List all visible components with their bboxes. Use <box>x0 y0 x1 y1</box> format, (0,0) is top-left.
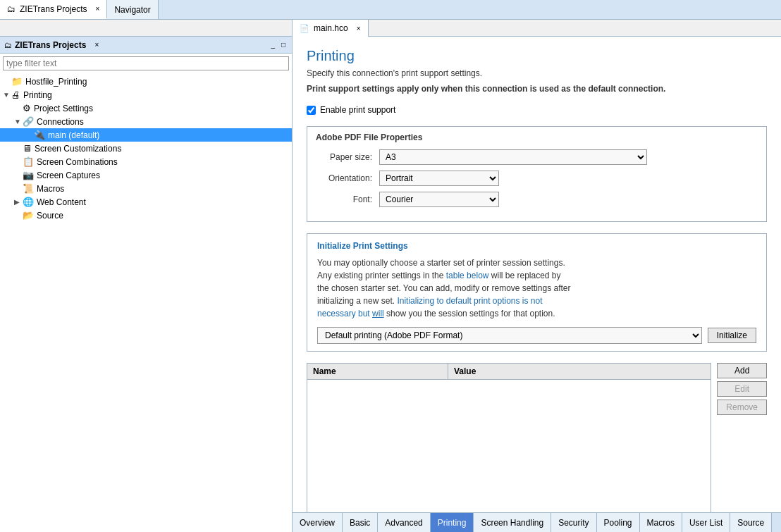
settings-icon: ⚙ <box>23 103 31 113</box>
tree-arrow: ▶ <box>14 198 23 206</box>
folder-icon: 📁 <box>11 76 23 87</box>
connection-icon: 🔌 <box>34 130 45 140</box>
tree-arrow: ▼ <box>3 91 11 99</box>
navigator-tab-label: Navigator <box>114 5 150 15</box>
tab-pooling[interactable]: Pooling <box>597 513 640 532</box>
orientation-select[interactable]: Portrait Landscape <box>379 171 499 186</box>
table-buttons: Add Edit Remove <box>717 363 767 512</box>
tree-item-screen-captures[interactable]: 📷 Screen Captures <box>0 168 292 182</box>
tree-arrow: ▼ <box>14 118 23 125</box>
table-body <box>307 380 711 512</box>
settings-table: Name Value <box>307 363 711 512</box>
init-section-title: Initialize Print Settings <box>317 241 756 251</box>
enable-print-label[interactable]: Enable print support <box>320 105 395 115</box>
tree-item-source[interactable]: 📂 Source <box>0 209 292 222</box>
tree-item-connections[interactable]: ▼ 🔗 Connections <box>0 115 292 128</box>
init-text: You may optionally choose a starter set … <box>317 256 756 320</box>
zietrans-projects-tab[interactable]: 🗂 ZIETrans Projects × <box>0 0 107 19</box>
init-print-select[interactable]: Default printing (Adobe PDF Format) Cust… <box>317 327 702 344</box>
tree-item-macros[interactable]: 📜 Macros <box>0 182 292 195</box>
table-col-value-header: Value <box>448 364 711 379</box>
source-icon: 📂 <box>23 210 34 221</box>
tab-overview[interactable]: Overview <box>293 513 343 532</box>
zietrans-tab-label: ZIETrans Projects <box>20 4 87 14</box>
tab-macros[interactable]: Macros <box>640 513 682 532</box>
init-text-line3: the chosen starter set. You can add, mod… <box>317 283 571 293</box>
table-col-name-header: Name <box>307 364 448 379</box>
orientation-label: Orientation: <box>316 173 379 183</box>
hco-close-icon[interactable]: × <box>357 25 361 32</box>
project-tree: 📁 Hostfile_Printing ▼ 🖨 Printing ⚙ Proje… <box>0 73 292 532</box>
print-icon: 🖨 <box>11 89 20 100</box>
font-label: Font: <box>316 194 379 204</box>
tree-label: Web Content <box>37 197 86 207</box>
tab-printing[interactable]: Printing <box>431 513 474 532</box>
tree-label: Connections <box>37 117 84 127</box>
left-panel-title: ZIETrans Projects <box>15 40 86 50</box>
add-button[interactable]: Add <box>717 363 767 378</box>
tab-screen-handling[interactable]: Screen Handling <box>474 513 551 532</box>
tree-label: Hostfile_Printing <box>25 77 87 87</box>
tree-label: Screen Customizations <box>35 144 121 154</box>
tab-source[interactable]: Source <box>730 513 772 532</box>
tree-item-hostfile[interactable]: 📁 Hostfile_Printing <box>0 75 292 88</box>
minimize-icon[interactable]: _ <box>269 41 277 49</box>
font-row: Font: Courier Arial Times New Roman <box>316 192 758 207</box>
screen-icon: 🖥 <box>23 143 32 154</box>
maximize-icon[interactable]: □ <box>279 41 288 49</box>
tree-item-main-default[interactable]: 🔌 main (default) <box>0 128 292 142</box>
tree-label: Screen Captures <box>37 171 100 180</box>
tree-label: Source <box>37 211 63 221</box>
tab-security[interactable]: Security <box>551 513 596 532</box>
tree-item-screen-combinations[interactable]: 📋 Screen Combinations <box>0 155 292 168</box>
remove-button[interactable]: Remove <box>717 400 767 415</box>
init-text-line4: initializing a new set. Initializing to … <box>317 296 543 306</box>
tree-label: main (default) <box>48 130 99 140</box>
page-note: Print support settings apply only when t… <box>307 84 767 94</box>
hco-icon: 📄 <box>300 24 309 33</box>
init-text-line1: You may optionally choose a starter set … <box>317 258 565 268</box>
panel-close-icon[interactable]: × <box>94 41 99 49</box>
paper-size-select[interactable]: A3 A4 Letter Legal <box>379 149 647 165</box>
tree-item-web-content[interactable]: ▶ 🌐 Web Content <box>0 195 292 209</box>
navigator-tab[interactable]: Navigator <box>107 0 158 19</box>
edit-button[interactable]: Edit <box>717 381 767 397</box>
tree-label: Screen Combinations <box>37 157 118 167</box>
hco-tab-label: main.hco <box>314 23 348 33</box>
font-select[interactable]: Courier Arial Times New Roman <box>379 192 499 207</box>
filter-input[interactable] <box>3 56 289 70</box>
tree-label: Macros <box>37 184 64 194</box>
tab-basic[interactable]: Basic <box>343 513 378 532</box>
paper-size-label: Paper size: <box>316 152 379 162</box>
combinations-icon: 📋 <box>23 156 34 167</box>
tree-item-project-settings[interactable]: ⚙ Project Settings <box>0 101 292 115</box>
pdf-properties-group: Adobe PDF File Properties Paper size: A3… <box>307 126 767 222</box>
initialize-button[interactable]: Initialize <box>708 328 756 343</box>
tab-user-list[interactable]: User List <box>682 513 730 532</box>
table-header: Name Value <box>307 364 711 380</box>
tree-label: Printing <box>23 90 52 100</box>
close-icon[interactable]: × <box>96 5 100 13</box>
bottom-tab-bar: Overview Basic Advanced Printing Screen … <box>293 512 781 532</box>
tab-advanced[interactable]: Advanced <box>378 513 430 532</box>
orientation-row: Orientation: Portrait Landscape <box>316 171 758 186</box>
projects-icon: 🗂 <box>4 41 12 49</box>
tree-label: Project Settings <box>34 104 93 113</box>
pdf-group-title: Adobe PDF File Properties <box>316 132 758 142</box>
enable-print-row: Enable print support <box>307 105 767 115</box>
web-icon: 🌐 <box>23 197 34 207</box>
page-subtitle: Specify this connection's print support … <box>307 68 767 78</box>
content-area: Printing Specify this connection's print… <box>293 37 781 512</box>
tree-item-printing[interactable]: ▼ 🖨 Printing <box>0 88 292 101</box>
init-text-line5: necessary but will show you the session … <box>317 309 555 318</box>
capture-icon: 📷 <box>23 170 34 180</box>
tree-item-screen-customizations[interactable]: 🖥 Screen Customizations <box>0 142 292 155</box>
init-control-row: Default printing (Adobe PDF Format) Cust… <box>317 327 756 344</box>
paper-size-row: Paper size: A3 A4 Letter Legal <box>316 149 758 165</box>
enable-print-checkbox[interactable] <box>307 106 316 115</box>
main-hco-tab[interactable]: 📄 main.hco × <box>293 20 369 37</box>
zietrans-icon: 🗂 <box>7 4 16 14</box>
init-print-section: Initialize Print Settings You may option… <box>307 233 767 352</box>
connections-icon: 🔗 <box>23 116 34 127</box>
settings-table-section: Name Value Add Edit Remove <box>307 363 767 512</box>
